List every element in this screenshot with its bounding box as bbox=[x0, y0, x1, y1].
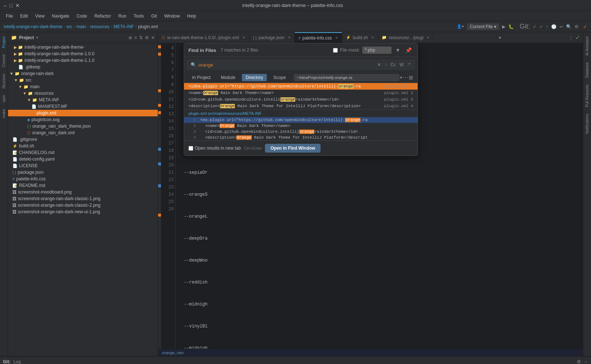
sidebar-commit-tab[interactable]: Commit bbox=[1, 52, 7, 70]
undo-icon[interactable]: ↩ bbox=[560, 24, 563, 29]
collapse-all-icon[interactable]: ≡ bbox=[134, 35, 137, 40]
run-icon[interactable]: ▶ bbox=[502, 24, 505, 29]
regex-icon[interactable]: .* bbox=[407, 61, 411, 68]
tab-close-0[interactable]: ✕ bbox=[242, 35, 245, 40]
sidebar-project-tab[interactable]: Project bbox=[1, 34, 7, 51]
tree-item-license[interactable]: 📄 LICENSE bbox=[8, 162, 158, 169]
scope-dropdown-icon[interactable]: ▾ bbox=[400, 75, 402, 80]
git-history-icon[interactable]: 🕐 bbox=[551, 24, 557, 29]
source-line-1[interactable]: 1 <ea-plugin url="https://github.com/ope… bbox=[184, 117, 418, 123]
find-prev-icon[interactable]: ↑ bbox=[384, 61, 388, 68]
tree-item-changelog[interactable]: 📝 CHANGELOG.md bbox=[8, 149, 158, 156]
tree-item-intellij100[interactable]: ▶ 📁 intellij-orange-rain-dark-theme- bbox=[8, 44, 158, 50]
scope-more-icon[interactable]: ⋯ bbox=[403, 75, 408, 80]
file-mask-input[interactable] bbox=[362, 46, 392, 54]
tree-item-theme-xml[interactable]: ⬡ orange_rain_dark.xml bbox=[8, 130, 158, 136]
sidebar-npm-tab[interactable]: npm bbox=[1, 92, 7, 105]
minimize-button[interactable]: – bbox=[4, 3, 7, 8]
tab-plugin-xml-100[interactable]: ⬡ ie-rain-dark-theme-1.0.0/../plugin.xml… bbox=[158, 32, 249, 43]
tree-item-orange-rain-dark[interactable]: ▼ 📁 orange-rain-dark bbox=[8, 70, 158, 77]
source-line-2[interactable]: 2 <name>Orange Rain Dark Theme</name> bbox=[184, 123, 418, 129]
sidebar-database[interactable]: Database bbox=[584, 59, 590, 81]
locate-file-icon[interactable]: ⊕ bbox=[128, 35, 132, 40]
scope-path-input[interactable] bbox=[294, 74, 399, 81]
breadcrumb-project[interactable]: intellij-orange-rain-dark-theme bbox=[4, 24, 62, 29]
new-tab-checkbox-input[interactable] bbox=[188, 146, 193, 151]
tab-overflow-icon[interactable]: ⋮ bbox=[569, 35, 573, 40]
project-settings-icon[interactable]: ⚙ bbox=[145, 35, 149, 40]
menu-code[interactable]: Code bbox=[74, 12, 90, 20]
tab-close-4[interactable]: ✕ bbox=[427, 35, 430, 40]
source-line-4[interactable]: 4 <description>Orange Rain Dark Theme fo… bbox=[184, 135, 418, 140]
tree-item-src[interactable]: ▼ 📁 src bbox=[8, 77, 158, 83]
tree-item-package-json[interactable]: { } package.json bbox=[8, 169, 158, 176]
tree-item-resources[interactable]: ▼ 📁 resources bbox=[8, 90, 158, 97]
menu-git[interactable]: Git bbox=[148, 12, 160, 20]
tab-close-1[interactable]: ✕ bbox=[288, 35, 291, 40]
scope-scope[interactable]: Scope bbox=[270, 74, 289, 81]
tree-item-gitignore[interactable]: 📄 .gitignore bbox=[8, 136, 158, 143]
tab-close-3[interactable]: ✕ bbox=[371, 35, 374, 40]
menu-refactor[interactable]: Refactor bbox=[91, 12, 114, 20]
sidebar-structure-tab[interactable]: Structure bbox=[1, 71, 7, 92]
whole-word-icon[interactable]: W bbox=[399, 61, 404, 68]
tree-item-theme-json[interactable]: { } orange_rain_dark_theme.json bbox=[8, 123, 158, 130]
menu-file[interactable]: File bbox=[3, 12, 16, 20]
tree-item-screenshot4[interactable]: 🖼 screenshot-orange-rain-dark-new-ui-1.p… bbox=[8, 209, 158, 215]
clear-search-icon[interactable]: ✕ bbox=[377, 61, 382, 68]
menu-window[interactable]: Window bbox=[161, 12, 183, 20]
tree-item-screenshot2[interactable]: 🖼 screenshot-orange-rain-dark-classic-1.… bbox=[8, 195, 158, 202]
filter-icon[interactable]: ▼ bbox=[394, 46, 402, 54]
breadcrumb-meta-inf[interactable]: META-INF bbox=[113, 24, 134, 29]
sidebar-make-tab[interactable]: make bbox=[1, 106, 7, 121]
git-settings-icon[interactable]: ⚙ bbox=[576, 358, 582, 364]
tree-item-intellij110[interactable]: ▶ 📁 intellij-orange-rain-dark-theme-1.1.… bbox=[8, 57, 158, 64]
pin-icon[interactable]: 📌 bbox=[404, 46, 413, 54]
match-case-icon[interactable]: Cc bbox=[390, 61, 397, 68]
breadcrumb-src[interactable]: src bbox=[66, 24, 72, 29]
tab-package-json[interactable]: { } package.json ✕ bbox=[249, 32, 295, 43]
menu-edit[interactable]: Edit bbox=[17, 12, 31, 20]
maximize-button[interactable]: □ bbox=[10, 3, 12, 8]
result-row-2[interactable]: <id>com.github.openmindculture.intellior… bbox=[184, 96, 418, 103]
tree-item-screenshot1[interactable]: 🖼 screenshot-moodboard.png bbox=[8, 189, 158, 195]
file-mask-checkbox[interactable] bbox=[333, 48, 338, 53]
tree-item-readme[interactable]: 📝 README.md bbox=[8, 182, 158, 189]
debug-icon[interactable]: 🐛 bbox=[508, 24, 514, 29]
tree-item-manifest[interactable]: 📄 MANIFEST.MF bbox=[8, 103, 158, 110]
result-row-0[interactable]: <idea-plugin url="https://github.com/ope… bbox=[184, 83, 418, 90]
menu-view[interactable]: View bbox=[32, 12, 48, 20]
run-config-selector[interactable]: Current File ▾ bbox=[467, 23, 499, 30]
menu-run[interactable]: Run bbox=[115, 12, 129, 20]
sidebar-ai-assistant[interactable]: AI Assistant bbox=[584, 34, 590, 59]
source-line-3[interactable]: 3 <id>com.github.openmindculture.intelli… bbox=[184, 129, 418, 135]
menu-help[interactable]: Help bbox=[184, 12, 199, 20]
tab-resources[interactable]: 📁 resources/.../plugi ✕ bbox=[378, 32, 434, 43]
sidebar-notifications[interactable]: Notifications bbox=[584, 111, 590, 136]
find-input[interactable] bbox=[198, 62, 374, 68]
close-button[interactable]: ✕ bbox=[15, 3, 20, 8]
result-row-3[interactable]: <description>Orange Rain Dark Theme for … bbox=[184, 103, 418, 109]
scope-directory[interactable]: Directory bbox=[242, 74, 267, 81]
scope-grid-icon[interactable]: ⊞ bbox=[409, 75, 413, 80]
result-row-1[interactable]: <name>Orange Rain Dark Theme</name> plug… bbox=[184, 90, 418, 96]
tree-item-build-sh[interactable]: ⚡ build.sh bbox=[8, 143, 158, 149]
tree-item-detekt[interactable]: 📄 detekt-config.yaml bbox=[8, 156, 158, 162]
tab-palette-css[interactable]: # palette-info.css ✕ bbox=[295, 32, 342, 43]
tree-item-screenshot3[interactable]: 🖼 screenshot-orange-rain-dark-classic-2.… bbox=[8, 202, 158, 209]
close-panel-icon[interactable]: ✕ bbox=[151, 35, 155, 40]
tree-item-meta-inf[interactable]: ▼ 📁 META-INF bbox=[8, 97, 158, 103]
breadcrumb-resources[interactable]: resources bbox=[90, 24, 109, 29]
tree-item-palette-css[interactable]: # palette-info.css bbox=[8, 176, 158, 182]
tree-item-gitkeep[interactable]: 📄 .gitkeep bbox=[8, 64, 158, 70]
sidebar-pull-requests[interactable]: Pull Requests bbox=[584, 82, 590, 110]
git-minimize-icon[interactable]: – bbox=[584, 358, 588, 364]
tree-item-plugin-xml[interactable]: ⬡ plugin.xml bbox=[8, 110, 158, 116]
search-everywhere-icon[interactable]: 🔍 bbox=[566, 24, 572, 29]
tab-more-button[interactable]: ▾ bbox=[496, 32, 504, 43]
scope-in-project[interactable]: In Project bbox=[188, 74, 214, 81]
tab-close-2[interactable]: ✕ bbox=[335, 36, 338, 40]
tree-item-main[interactable]: ▼ 📁 main bbox=[8, 83, 158, 90]
menu-navigate[interactable]: Navigate bbox=[49, 12, 72, 20]
breadcrumb-main[interactable]: main bbox=[76, 24, 86, 29]
